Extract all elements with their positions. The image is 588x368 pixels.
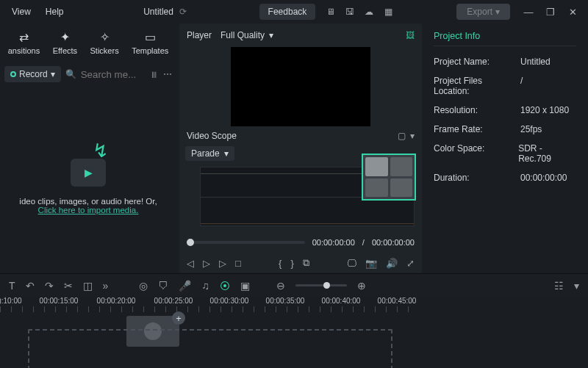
save-icon[interactable]: 🖫	[340, 7, 359, 17]
playback-scrubber[interactable]	[187, 241, 305, 244]
record-icon	[10, 71, 16, 77]
next-frame-icon[interactable]: ▷	[219, 258, 226, 269]
scrubber-handle[interactable]	[187, 239, 194, 246]
scope-layout-1[interactable]	[365, 157, 388, 176]
tab-stickers[interactable]: ✧Stickers	[90, 30, 119, 55]
stop-icon[interactable]: □	[235, 258, 241, 269]
project-info-panel: Project Info Project Name:Untitled Proje…	[425, 24, 585, 273]
compare-icon[interactable]: ⧉	[303, 257, 309, 269]
search-input[interactable]	[81, 69, 146, 80]
transitions-icon: ⇄	[19, 30, 29, 44]
shield-icon[interactable]: ⛉	[158, 280, 168, 292]
chevron-down-icon: ▾	[224, 148, 229, 159]
project-info-row: Project Name:Untitled	[434, 52, 576, 71]
crop-icon[interactable]: ◫	[83, 280, 93, 292]
mark-out-icon[interactable]: }	[290, 258, 293, 269]
magnet-icon[interactable]: ⦿	[220, 280, 230, 292]
menu-view[interactable]: View	[4, 4, 38, 20]
chevron-down-icon[interactable]: ▾	[410, 131, 415, 141]
player-panel: Player Full Quality ▾ 🖼 Video Scope ▢ ▾ …	[179, 24, 422, 273]
maximize-button[interactable]: ❐	[539, 7, 562, 18]
tab-templates[interactable]: ▭Templates	[132, 30, 168, 55]
export-label: Export	[467, 7, 492, 17]
zoom-out-icon[interactable]: ⊖	[276, 280, 285, 292]
audio-icon[interactable]: ♫	[201, 280, 209, 292]
project-info-row: Resolution:1920 x 1080	[434, 101, 576, 120]
pi-label: Project Files Location:	[434, 76, 520, 96]
text-tool-icon[interactable]: T	[9, 280, 15, 292]
scope-layout-2[interactable]	[390, 157, 413, 176]
history-icon[interactable]: ⟳	[179, 7, 187, 17]
tab-label: Effects	[53, 46, 77, 55]
ruler-label: ):10:00	[0, 297, 22, 305]
track-options-icon[interactable]: ☷	[554, 280, 564, 292]
scope-layout-4[interactable]	[390, 178, 413, 198]
media-tabs: ⇄ansitions ✦Effects ✧Stickers ▭Templates	[0, 24, 176, 62]
snapshot-icon[interactable]: 📷	[365, 258, 377, 269]
effects-icon: ✦	[60, 30, 70, 44]
document-title: Untitled	[143, 7, 173, 17]
scope-frame-icon[interactable]: ▢	[398, 131, 406, 141]
zoom-slider[interactable]	[295, 284, 347, 286]
media-dropzone[interactable]: ↯ ▶ ideo clips, images, or audio here! O…	[0, 87, 176, 273]
pi-label: Project Name:	[434, 57, 520, 67]
minimize-button[interactable]: —	[517, 7, 539, 18]
play-icon[interactable]: ▷	[203, 258, 210, 269]
export-button[interactable]: Export ▾	[456, 4, 510, 20]
image-icon[interactable]: 🖼	[406, 30, 415, 40]
import-link[interactable]: Click here to import media.	[38, 206, 139, 214]
document-title-area: Untitled ⟳	[71, 7, 259, 17]
timeline-ruler[interactable]: ):10:00 00:00:15:00 00:00:20:00 00:00:25…	[0, 297, 419, 316]
track-dropzone[interactable]	[28, 329, 392, 368]
zoom-in-icon[interactable]: ⊕	[357, 280, 366, 292]
delete-icon[interactable]: ✂	[64, 280, 73, 292]
fullscreen-icon[interactable]: ⤢	[406, 258, 415, 269]
quality-dropdown[interactable]: Full Quality ▾	[220, 30, 273, 40]
scope-mode-value: Parade	[191, 148, 220, 159]
close-button[interactable]: ✕	[562, 7, 584, 18]
dropzone-text: ideo clips, images, or audio here! Or, C…	[19, 197, 157, 214]
chevron-down-icon[interactable]: ▾	[574, 280, 579, 292]
scope-layout-picker[interactable]	[362, 154, 416, 201]
menu-help[interactable]: Help	[38, 4, 71, 20]
tab-transitions[interactable]: ⇄ansitions	[8, 30, 40, 55]
filter-icon[interactable]: ⫼	[150, 69, 159, 79]
scope-mode-dropdown[interactable]: Parade ▾	[185, 146, 234, 161]
cloud-icon[interactable]: ☁	[359, 7, 379, 17]
chevron-down-icon: ▾	[495, 7, 500, 17]
dropzone-line1: ideo clips, images, or audio here! Or,	[19, 197, 157, 206]
video-canvas[interactable]	[231, 47, 370, 126]
zoom-handle[interactable]	[323, 282, 330, 289]
pi-label: Frame Rate:	[434, 124, 520, 134]
tab-label: ansitions	[8, 46, 40, 55]
prev-frame-icon[interactable]: ◁	[187, 258, 194, 269]
add-clip-button[interactable]: +	[172, 311, 185, 325]
frame-icon[interactable]: ▣	[240, 280, 250, 292]
project-info-row: Frame Rate:25fps	[434, 120, 576, 139]
volume-icon[interactable]: 🔊	[386, 258, 398, 269]
scope-layout-3[interactable]	[365, 178, 388, 198]
ruler-label: 00:00:15:00	[40, 297, 79, 305]
undo-icon[interactable]: ↶	[26, 280, 35, 292]
apps-icon[interactable]: ▦	[379, 7, 398, 17]
redo-icon[interactable]: ↷	[45, 280, 54, 292]
mark-in-icon[interactable]: {	[279, 258, 282, 269]
more-icon[interactable]: ⋯	[163, 69, 172, 79]
feedback-button[interactable]: Feedback	[259, 4, 316, 20]
ruler-label: 00:00:30:00	[210, 297, 249, 305]
mic-icon[interactable]: 🎤	[179, 280, 191, 292]
search-icon[interactable]: 🔍	[65, 69, 76, 79]
record-button[interactable]: Record ▾	[4, 66, 61, 82]
pi-value: SDR - Rec.709	[518, 143, 576, 164]
tab-label: Stickers	[90, 46, 119, 55]
desktop-icon[interactable]: 🖥	[321, 7, 340, 17]
player-header: Player Full Quality ▾ 🖼	[179, 24, 422, 47]
video-scope-header: Video Scope ▢ ▾	[179, 126, 422, 147]
timeline-tracks[interactable]: +	[0, 316, 419, 363]
more-tools-icon[interactable]: »	[103, 280, 109, 292]
marker-icon[interactable]: ◎	[139, 280, 148, 292]
tab-effects[interactable]: ✦Effects	[53, 30, 77, 55]
player-label: Player	[187, 30, 212, 40]
pi-value: Untitled	[520, 57, 551, 67]
display-icon[interactable]: 🖵	[347, 258, 356, 269]
